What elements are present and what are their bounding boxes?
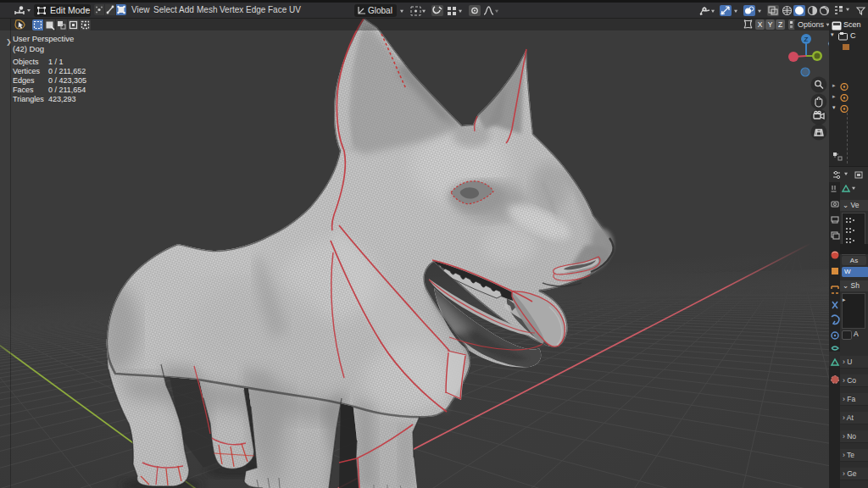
svg-text:Z: Z	[804, 36, 809, 43]
